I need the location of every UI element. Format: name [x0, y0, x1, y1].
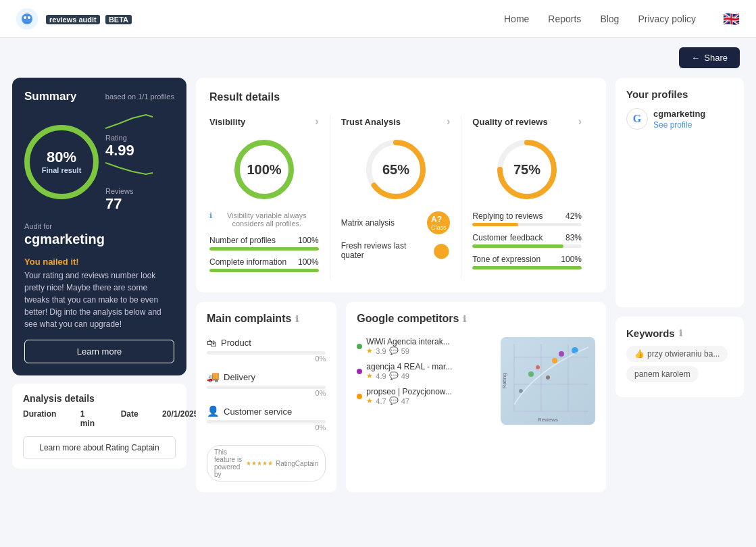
profiles-title: Your profiles [626, 88, 733, 100]
svg-point-22 [559, 351, 564, 357]
keyword-1: 👍 przy otwieraniu ba... [626, 346, 733, 366]
matrix-badge: A? Class [427, 211, 450, 234]
summary-card: Summary based on 1/1 profiles 80% Final … [12, 78, 186, 375]
keyword-tag-2[interactable]: panem karolem [626, 366, 699, 382]
svg-point-0 [22, 14, 32, 24]
profiles-pct: 100% [298, 236, 319, 245]
complaint-customer-service: 👤 Customer service 0% [207, 405, 326, 432]
logo: reviews audit BETA [16, 8, 504, 30]
tone-item: Tone of expression 100% [472, 255, 582, 269]
competitors-inner: WiWi Agencia interak... ★ 3.9 💬 59 [357, 337, 595, 425]
quality-chevron[interactable]: › [578, 115, 582, 128]
svg-text:100%: 100% [247, 162, 281, 177]
svg-text:75%: 75% [513, 162, 540, 177]
nav-home[interactable]: Home [504, 14, 529, 24]
left-panel: Summary based on 1/1 profiles 80% Final … [12, 78, 186, 492]
sparkline-down [105, 159, 153, 180]
competitors-title: Google competitors ℹ [357, 313, 595, 325]
final-result-circle: 80% Final result [24, 125, 99, 199]
svg-point-21 [528, 371, 534, 377]
logo-text: reviews audit BETA [43, 13, 132, 24]
visibility-title: Visibility › [209, 115, 319, 128]
quality-block: Quality of reviews › 75% Replying to rev… [461, 115, 593, 279]
quality-title: Quality of reviews › [472, 115, 582, 128]
reviews-val: 77 [105, 195, 174, 213]
competitor-dot-2 [357, 369, 362, 374]
profiles-card: Your profiles G cgmarketing See profile [615, 78, 744, 307]
competitor-dot-3 [357, 394, 362, 399]
navigation: reviews audit BETA Home Reports Blog Pri… [0, 0, 756, 38]
profile-item: G cgmarketing See profile [626, 108, 733, 130]
quality-circle-wrap: 75% [472, 136, 582, 203]
final-pct: 80% [47, 149, 76, 166]
product-icon: 🛍 [207, 337, 217, 348]
svg-point-1 [24, 16, 26, 19]
complaints-title: Main complaints ℹ [207, 313, 326, 325]
result-details-title: Result details [209, 91, 593, 103]
complete-pct: 100% [298, 257, 319, 267]
powered-by: This feature is powered by ★★★★★ RatingC… [207, 445, 326, 481]
keyword-tag-1[interactable]: 👍 przy otwieraniu ba... [626, 346, 728, 362]
svg-point-25 [572, 347, 578, 354]
share-button[interactable]: ← Share [679, 47, 740, 68]
sparkline-up [105, 111, 153, 132]
complaints-card: Main complaints ℹ 🛍 Product 0% 🚚 Deliver… [196, 302, 336, 492]
complaint-product: 🛍 Product 0% [207, 337, 326, 363]
competitor-dot-1 [357, 344, 362, 349]
learn-more-button[interactable]: Learn more [24, 340, 174, 363]
right-panel: Your profiles G cgmarketing See profile … [615, 78, 744, 492]
visibility-chevron[interactable]: › [315, 115, 318, 128]
nav-links: Home Reports Blog Privacy policy 🇬🇧 [504, 11, 740, 27]
svg-point-27 [546, 375, 550, 380]
visibility-note: ℹ Visibility variable always considers a… [209, 211, 319, 228]
duration-label: Duration [23, 409, 56, 428]
rating-val: 4.99 [105, 142, 174, 159]
thumbs-up-icon-1: 👍 [634, 349, 645, 359]
keywords-info-icon: ℹ [679, 328, 682, 338]
date-label: Date [121, 409, 138, 428]
svg-text:Reviews: Reviews [538, 417, 558, 423]
date-val: 20/1/2025 [162, 409, 198, 428]
svg-point-2 [28, 16, 30, 19]
learn-captain-button[interactable]: Learn more about Rating Captain [23, 436, 176, 459]
see-profile-link[interactable]: See profile [653, 120, 692, 130]
reviews-label: Reviews [105, 187, 174, 195]
competitors-card: Google competitors ℹ WiWi Agencia intera… [346, 302, 606, 492]
share-icon: ← [691, 53, 700, 63]
svg-point-23 [552, 358, 557, 363]
complete-label: Complete information 100% [209, 257, 319, 267]
customer-service-icon: 👤 [207, 405, 220, 417]
delivery-icon: 🚚 [207, 371, 220, 383]
keyword-2: panem karolem [626, 366, 733, 386]
google-icon: G [626, 108, 648, 130]
svg-text:Rating: Rating [501, 373, 507, 388]
competitor-2: agencja 4 REAL - mar... ★ 4.9 💬 49 [357, 362, 494, 380]
nav-reports[interactable]: Reports [548, 14, 581, 24]
duration-val: 1 min [80, 409, 95, 428]
profiles-label: Number of profiles 100% [209, 236, 319, 245]
summary-title: Summary [24, 90, 76, 103]
complaint-delivery: 🚚 Delivery 0% [207, 371, 326, 397]
keywords-card: Keywords ℹ 👍 przy otwieraniu ba... panem… [615, 317, 744, 397]
analysis-row: Duration 1 min Date 20/1/2025 [23, 409, 176, 428]
nav-blog[interactable]: Blog [600, 14, 619, 24]
nav-privacy[interactable]: Privacy policy [638, 14, 696, 24]
trust-chevron[interactable]: › [447, 115, 450, 128]
language-flag[interactable]: 🇬🇧 [723, 11, 740, 27]
result-details-card: Result details Visibility › 100% [196, 78, 606, 292]
scatter-chart: Reviews Rating [501, 337, 595, 425]
matrix-analysis-item: Matrix analysis A? Class [341, 211, 451, 234]
competitor-meta-3: ★ 4.7 💬 47 [366, 396, 452, 405]
keywords-title: Keywords ℹ [626, 328, 733, 339]
trust-title: Trust Analysis › [341, 115, 451, 128]
logo-icon [16, 8, 38, 30]
visibility-block: Visibility › 100% ℹ Visibility variable … [209, 115, 330, 279]
svg-text:65%: 65% [382, 162, 409, 177]
competitor-3: propseo | Pozycjonow... ★ 4.7 💬 47 [357, 387, 494, 405]
profile-name: cgmarketing [653, 109, 705, 119]
competitor-meta-1: ★ 3.9 💬 59 [366, 346, 449, 355]
audit-for: Audit for [24, 222, 174, 230]
competitors-list: WiWi Agencia interak... ★ 3.9 💬 59 [357, 337, 494, 425]
summary-metrics: 80% Final result Rating 4.99 Reviews 77 [24, 111, 174, 213]
company-name: cgmarketing [24, 232, 174, 247]
